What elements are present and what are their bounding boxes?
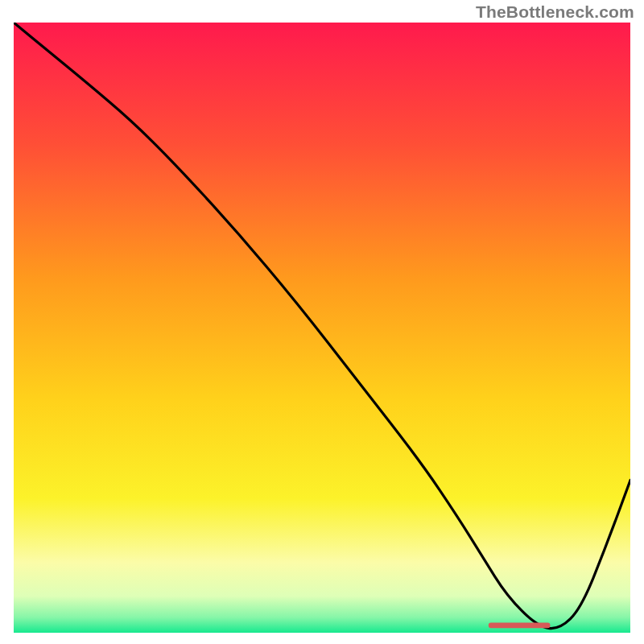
chart-plot-area xyxy=(14,23,630,633)
gradient-background xyxy=(14,23,630,633)
watermark-text: TheBottleneck.com xyxy=(476,2,634,22)
bottleneck-zone-marker xyxy=(489,622,551,628)
chart-stage: TheBottleneck.com xyxy=(0,0,644,644)
chart-svg xyxy=(14,23,630,633)
